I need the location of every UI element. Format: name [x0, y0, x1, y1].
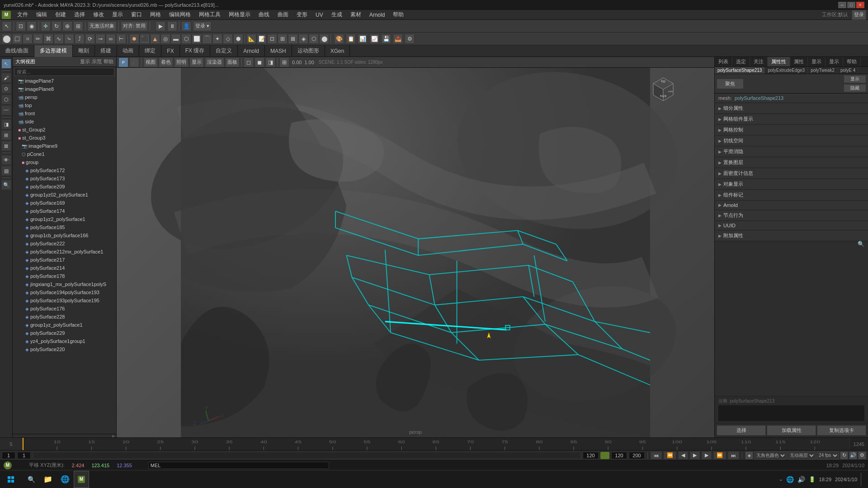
outliner-help-btn[interactable]: 帮助 — [104, 58, 113, 65]
taskbar-file-explorer[interactable]: 📁 — [39, 471, 57, 488]
tab-motion[interactable]: 运动图形 — [292, 45, 325, 57]
render-mode[interactable]: ⬤ — [319, 34, 329, 44]
ol-polySurface220[interactable]: ◈polySurface220 — [13, 345, 116, 353]
hide-btn[interactable]: 隐藏 — [844, 84, 866, 92]
notes-textarea[interactable] — [718, 405, 864, 421]
tool8[interactable]: ⤴ — [75, 34, 85, 44]
outliner-display-btn[interactable]: 显示 — [80, 58, 90, 65]
outliner-search-input[interactable] — [14, 68, 114, 76]
tab-mash[interactable]: MASH — [265, 45, 292, 57]
snap1[interactable]: ⊡ — [267, 34, 277, 44]
ol-polySurface222[interactable]: ◈polySurface222 — [13, 239, 116, 248]
ol-imagePlane9[interactable]: 📷imagePlane9 — [13, 142, 116, 150]
attr-sec-node-behavior-header[interactable]: ▶ 节点行为 — [715, 210, 868, 221]
ol-poly193[interactable]: ◈polySurface193polySurface195 — [13, 296, 116, 305]
select-tool[interactable]: ↖ — [2, 21, 12, 31]
visibility-btn[interactable]: 👁 — [1, 155, 11, 165]
ol-side[interactable]: 📹side — [13, 117, 116, 126]
show-btn[interactable]: 显示 — [844, 75, 866, 83]
rtab-node2[interactable]: polyExtrudeEdge3 — [765, 67, 808, 74]
tab-curves[interactable]: 曲线/曲面 — [0, 45, 34, 57]
fps-select[interactable]: 24 fps — [816, 451, 839, 460]
playback-progress[interactable] — [33, 452, 581, 459]
tab-fx-cache[interactable]: FX 缓存 — [180, 45, 211, 57]
show-desktop-btn[interactable] — [861, 473, 863, 486]
ol-polySurface176[interactable]: ◈polySurface176 — [13, 305, 116, 313]
menu-edit[interactable]: 编辑 — [33, 10, 51, 19]
menu-select[interactable]: 选择 — [71, 10, 89, 19]
pb-key-next-btn[interactable]: ⏭ — [728, 451, 739, 460]
attr-sec-extra-header[interactable]: ▶ 附加属性 — [715, 230, 868, 241]
taskbar-search[interactable]: 🔍 — [24, 471, 39, 488]
tab-custom[interactable]: 自定义 — [210, 45, 238, 57]
rotate-tool[interactable]: ↻ — [52, 21, 61, 31]
attr-sec-mesh-control-header[interactable]: ▶ 网格控制 — [715, 125, 868, 135]
vp-wire-shade[interactable]: ◨ — [265, 57, 275, 67]
paint-select[interactable]: ◉ — [27, 21, 37, 31]
tab-anim[interactable]: 动画 — [117, 45, 139, 57]
vp-panels-menu[interactable]: 面板 — [225, 57, 240, 67]
tool1[interactable]: ⬤ — [2, 34, 12, 44]
wireframe-mode[interactable]: ⬡ — [309, 34, 319, 44]
menu-mesh-display[interactable]: 网格显示 — [225, 10, 254, 19]
ol-polySurface214[interactable]: ◈polySurface214 — [13, 264, 116, 272]
dope-sheet-icon[interactable]: 📈 — [369, 34, 379, 44]
tab-arnold[interactable]: Arnold — [238, 45, 265, 57]
ol-jingxiang[interactable]: ◈jingxiang1_mx_polySurface1polyS — [13, 280, 116, 288]
range-start-input[interactable] — [17, 452, 31, 459]
hair-btn[interactable]: 〰 — [1, 105, 11, 115]
pb-settings-icon[interactable]: ⚙ — [858, 451, 866, 460]
ol-polySurface209[interactable]: ◈polySurface209 — [13, 183, 116, 191]
ol-group1cb[interactable]: ◈group1cb_polySurface166 — [13, 231, 116, 239]
select-mode-btn[interactable]: ↖ — [1, 59, 11, 69]
attr-sec-tangent-header[interactable]: ▶ 切线空间 — [715, 136, 868, 146]
graph-editor-icon[interactable]: 📊 — [358, 34, 368, 44]
login-button[interactable]: 登录 — [852, 10, 866, 20]
ol-polySurface178[interactable]: ◈polySurface178 — [13, 272, 116, 280]
tool11[interactable]: ∞ — [106, 34, 116, 44]
load-attr-btn[interactable]: 加载属性 — [767, 425, 816, 436]
attr-sec-obj-display-header[interactable]: ▶ 对象显示 — [715, 179, 868, 189]
ol-polySurface229[interactable]: ◈polySurface229 — [13, 329, 116, 337]
rtab-list[interactable]: 列表 — [715, 57, 732, 66]
minimize-button[interactable]: ─ — [838, 2, 846, 8]
current-frame-input[interactable] — [2, 452, 15, 459]
vp-grid[interactable]: ⊞ — [279, 57, 289, 67]
select-btn[interactable]: 选择 — [717, 425, 766, 436]
menu-file[interactable]: 文件 — [14, 10, 32, 19]
tool10[interactable]: ⊸ — [95, 34, 105, 44]
attr-sec-subdivide-header[interactable]: ▶ 细分属性 — [715, 103, 868, 113]
more-shapes[interactable]: ⬢ — [233, 34, 243, 44]
start-button[interactable] — [2, 471, 20, 488]
tab-sculpt[interactable]: 雕刻 — [73, 45, 95, 57]
vp-render-menu[interactable]: 渲染器 — [205, 57, 224, 67]
menu-uv[interactable]: UV — [312, 11, 327, 19]
copy-tab-btn[interactable]: 复制选项卡 — [817, 425, 866, 436]
attr-sec-displace-header[interactable]: ▶ 置换图层 — [715, 157, 868, 168]
save-icon[interactable]: 💾 — [381, 34, 391, 44]
menu-modify[interactable]: 修改 — [90, 10, 108, 19]
rtab-attr[interactable]: 属性性 — [768, 57, 790, 66]
ol-polySurface172[interactable]: ◈polySurface172 — [13, 166, 116, 174]
ol-group1yz2[interactable]: ◈group1yz2_polySurface1 — [13, 215, 116, 223]
tool9[interactable]: ⟳ — [85, 34, 95, 44]
menu-edit-mesh[interactable]: 编辑网格 — [165, 10, 194, 19]
max-end-input[interactable] — [629, 452, 645, 459]
pb-play-btn[interactable]: ▶ — [690, 451, 700, 460]
ol-polySurface169[interactable]: ◈polySurface169 — [13, 199, 116, 207]
color-mode-select[interactable]: 无角色颜色 — [754, 451, 787, 460]
attr-sec-arnold-header[interactable]: ▶ Arnold — [715, 201, 868, 210]
ol-imagePlane8[interactable]: 📷imagePlane8 — [13, 85, 116, 93]
ol-polySurface185[interactable]: ◈polySurface185 — [13, 223, 116, 231]
tool12[interactable]: ⊢ — [116, 34, 126, 44]
vp-smooth[interactable]: ◼ — [255, 57, 264, 67]
outliner-icon[interactable]: 📋 — [346, 34, 356, 44]
ol-top[interactable]: 📹top — [13, 101, 116, 109]
menu-material[interactable]: 素材 — [347, 10, 365, 19]
paint-btn[interactable]: 🖌 — [1, 73, 11, 83]
scene-view-btn[interactable]: ◨ — [1, 119, 11, 129]
two-view-btn[interactable]: ⊞ — [1, 130, 11, 140]
pb-layer-icon[interactable]: ◈ — [745, 451, 753, 460]
rtab-node4[interactable]: polyE 4 — [838, 67, 859, 74]
tool2[interactable]: □ — [12, 34, 22, 44]
